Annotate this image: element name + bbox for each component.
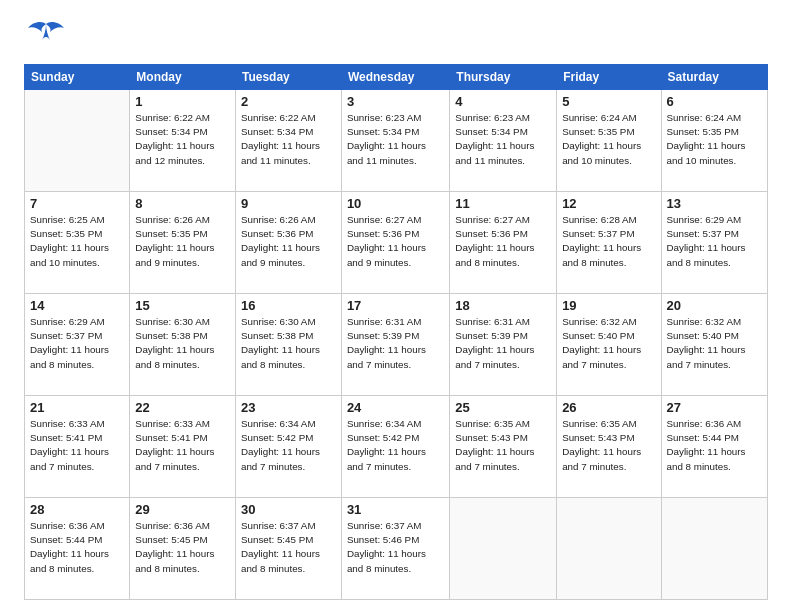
day-info: Sunrise: 6:26 AMSunset: 5:35 PMDaylight:… bbox=[135, 213, 230, 270]
day-info: Sunrise: 6:29 AMSunset: 5:37 PMDaylight:… bbox=[667, 213, 762, 270]
day-info: Sunrise: 6:23 AMSunset: 5:34 PMDaylight:… bbox=[347, 111, 444, 168]
day-number: 13 bbox=[667, 196, 762, 211]
calendar-day-cell: 28Sunrise: 6:36 AMSunset: 5:44 PMDayligh… bbox=[25, 498, 130, 600]
weekday-header: Wednesday bbox=[341, 65, 449, 90]
day-info: Sunrise: 6:34 AMSunset: 5:42 PMDaylight:… bbox=[347, 417, 444, 474]
weekday-header: Thursday bbox=[450, 65, 557, 90]
day-info: Sunrise: 6:28 AMSunset: 5:37 PMDaylight:… bbox=[562, 213, 655, 270]
day-number: 3 bbox=[347, 94, 444, 109]
generalblue-logo-icon bbox=[24, 18, 68, 54]
header bbox=[24, 18, 768, 54]
calendar-week-row: 7Sunrise: 6:25 AMSunset: 5:35 PMDaylight… bbox=[25, 192, 768, 294]
calendar-day-cell: 8Sunrise: 6:26 AMSunset: 5:35 PMDaylight… bbox=[130, 192, 236, 294]
day-info: Sunrise: 6:32 AMSunset: 5:40 PMDaylight:… bbox=[667, 315, 762, 372]
day-info: Sunrise: 6:31 AMSunset: 5:39 PMDaylight:… bbox=[455, 315, 551, 372]
day-info: Sunrise: 6:34 AMSunset: 5:42 PMDaylight:… bbox=[241, 417, 336, 474]
calendar-day-cell: 15Sunrise: 6:30 AMSunset: 5:38 PMDayligh… bbox=[130, 294, 236, 396]
day-number: 15 bbox=[135, 298, 230, 313]
day-number: 8 bbox=[135, 196, 230, 211]
calendar-day-cell bbox=[450, 498, 557, 600]
weekday-header: Sunday bbox=[25, 65, 130, 90]
day-number: 22 bbox=[135, 400, 230, 415]
calendar-day-cell: 11Sunrise: 6:27 AMSunset: 5:36 PMDayligh… bbox=[450, 192, 557, 294]
day-info: Sunrise: 6:31 AMSunset: 5:39 PMDaylight:… bbox=[347, 315, 444, 372]
day-info: Sunrise: 6:30 AMSunset: 5:38 PMDaylight:… bbox=[135, 315, 230, 372]
day-info: Sunrise: 6:36 AMSunset: 5:44 PMDaylight:… bbox=[667, 417, 762, 474]
day-number: 25 bbox=[455, 400, 551, 415]
calendar-day-cell: 12Sunrise: 6:28 AMSunset: 5:37 PMDayligh… bbox=[557, 192, 661, 294]
day-info: Sunrise: 6:22 AMSunset: 5:34 PMDaylight:… bbox=[241, 111, 336, 168]
calendar-day-cell: 1Sunrise: 6:22 AMSunset: 5:34 PMDaylight… bbox=[130, 90, 236, 192]
weekday-header: Friday bbox=[557, 65, 661, 90]
day-info: Sunrise: 6:37 AMSunset: 5:46 PMDaylight:… bbox=[347, 519, 444, 576]
calendar-day-cell: 23Sunrise: 6:34 AMSunset: 5:42 PMDayligh… bbox=[235, 396, 341, 498]
calendar-day-cell: 14Sunrise: 6:29 AMSunset: 5:37 PMDayligh… bbox=[25, 294, 130, 396]
day-info: Sunrise: 6:24 AMSunset: 5:35 PMDaylight:… bbox=[667, 111, 762, 168]
day-number: 19 bbox=[562, 298, 655, 313]
calendar-day-cell bbox=[557, 498, 661, 600]
day-number: 6 bbox=[667, 94, 762, 109]
calendar-day-cell: 22Sunrise: 6:33 AMSunset: 5:41 PMDayligh… bbox=[130, 396, 236, 498]
day-number: 5 bbox=[562, 94, 655, 109]
logo bbox=[24, 18, 72, 54]
calendar-day-cell: 24Sunrise: 6:34 AMSunset: 5:42 PMDayligh… bbox=[341, 396, 449, 498]
day-info: Sunrise: 6:29 AMSunset: 5:37 PMDaylight:… bbox=[30, 315, 124, 372]
calendar-day-cell: 31Sunrise: 6:37 AMSunset: 5:46 PMDayligh… bbox=[341, 498, 449, 600]
day-number: 9 bbox=[241, 196, 336, 211]
calendar-day-cell: 19Sunrise: 6:32 AMSunset: 5:40 PMDayligh… bbox=[557, 294, 661, 396]
day-number: 20 bbox=[667, 298, 762, 313]
calendar-table: SundayMondayTuesdayWednesdayThursdayFrid… bbox=[24, 64, 768, 600]
weekday-header: Tuesday bbox=[235, 65, 341, 90]
calendar-week-row: 28Sunrise: 6:36 AMSunset: 5:44 PMDayligh… bbox=[25, 498, 768, 600]
day-info: Sunrise: 6:24 AMSunset: 5:35 PMDaylight:… bbox=[562, 111, 655, 168]
calendar-day-cell: 5Sunrise: 6:24 AMSunset: 5:35 PMDaylight… bbox=[557, 90, 661, 192]
day-info: Sunrise: 6:37 AMSunset: 5:45 PMDaylight:… bbox=[241, 519, 336, 576]
day-number: 26 bbox=[562, 400, 655, 415]
calendar-week-row: 14Sunrise: 6:29 AMSunset: 5:37 PMDayligh… bbox=[25, 294, 768, 396]
day-info: Sunrise: 6:33 AMSunset: 5:41 PMDaylight:… bbox=[135, 417, 230, 474]
calendar-day-cell: 27Sunrise: 6:36 AMSunset: 5:44 PMDayligh… bbox=[661, 396, 767, 498]
day-number: 2 bbox=[241, 94, 336, 109]
calendar-day-cell: 10Sunrise: 6:27 AMSunset: 5:36 PMDayligh… bbox=[341, 192, 449, 294]
calendar-day-cell: 25Sunrise: 6:35 AMSunset: 5:43 PMDayligh… bbox=[450, 396, 557, 498]
day-info: Sunrise: 6:30 AMSunset: 5:38 PMDaylight:… bbox=[241, 315, 336, 372]
day-info: Sunrise: 6:27 AMSunset: 5:36 PMDaylight:… bbox=[455, 213, 551, 270]
day-info: Sunrise: 6:35 AMSunset: 5:43 PMDaylight:… bbox=[562, 417, 655, 474]
day-number: 24 bbox=[347, 400, 444, 415]
calendar-day-cell: 9Sunrise: 6:26 AMSunset: 5:36 PMDaylight… bbox=[235, 192, 341, 294]
calendar-day-cell: 16Sunrise: 6:30 AMSunset: 5:38 PMDayligh… bbox=[235, 294, 341, 396]
day-number: 17 bbox=[347, 298, 444, 313]
calendar-day-cell bbox=[661, 498, 767, 600]
calendar-day-cell: 7Sunrise: 6:25 AMSunset: 5:35 PMDaylight… bbox=[25, 192, 130, 294]
calendar-day-cell: 26Sunrise: 6:35 AMSunset: 5:43 PMDayligh… bbox=[557, 396, 661, 498]
calendar-day-cell: 6Sunrise: 6:24 AMSunset: 5:35 PMDaylight… bbox=[661, 90, 767, 192]
day-number: 10 bbox=[347, 196, 444, 211]
calendar-day-cell: 18Sunrise: 6:31 AMSunset: 5:39 PMDayligh… bbox=[450, 294, 557, 396]
day-number: 27 bbox=[667, 400, 762, 415]
weekday-header: Monday bbox=[130, 65, 236, 90]
calendar-week-row: 1Sunrise: 6:22 AMSunset: 5:34 PMDaylight… bbox=[25, 90, 768, 192]
day-info: Sunrise: 6:26 AMSunset: 5:36 PMDaylight:… bbox=[241, 213, 336, 270]
calendar-day-cell: 17Sunrise: 6:31 AMSunset: 5:39 PMDayligh… bbox=[341, 294, 449, 396]
day-number: 1 bbox=[135, 94, 230, 109]
day-number: 12 bbox=[562, 196, 655, 211]
day-number: 31 bbox=[347, 502, 444, 517]
calendar-day-cell: 2Sunrise: 6:22 AMSunset: 5:34 PMDaylight… bbox=[235, 90, 341, 192]
calendar-week-row: 21Sunrise: 6:33 AMSunset: 5:41 PMDayligh… bbox=[25, 396, 768, 498]
day-number: 4 bbox=[455, 94, 551, 109]
calendar-day-cell: 4Sunrise: 6:23 AMSunset: 5:34 PMDaylight… bbox=[450, 90, 557, 192]
day-info: Sunrise: 6:36 AMSunset: 5:45 PMDaylight:… bbox=[135, 519, 230, 576]
day-info: Sunrise: 6:23 AMSunset: 5:34 PMDaylight:… bbox=[455, 111, 551, 168]
calendar-day-cell: 21Sunrise: 6:33 AMSunset: 5:41 PMDayligh… bbox=[25, 396, 130, 498]
day-info: Sunrise: 6:27 AMSunset: 5:36 PMDaylight:… bbox=[347, 213, 444, 270]
day-info: Sunrise: 6:36 AMSunset: 5:44 PMDaylight:… bbox=[30, 519, 124, 576]
day-info: Sunrise: 6:35 AMSunset: 5:43 PMDaylight:… bbox=[455, 417, 551, 474]
day-number: 16 bbox=[241, 298, 336, 313]
day-number: 18 bbox=[455, 298, 551, 313]
day-info: Sunrise: 6:25 AMSunset: 5:35 PMDaylight:… bbox=[30, 213, 124, 270]
day-info: Sunrise: 6:22 AMSunset: 5:34 PMDaylight:… bbox=[135, 111, 230, 168]
day-number: 14 bbox=[30, 298, 124, 313]
day-number: 11 bbox=[455, 196, 551, 211]
day-number: 29 bbox=[135, 502, 230, 517]
day-number: 30 bbox=[241, 502, 336, 517]
